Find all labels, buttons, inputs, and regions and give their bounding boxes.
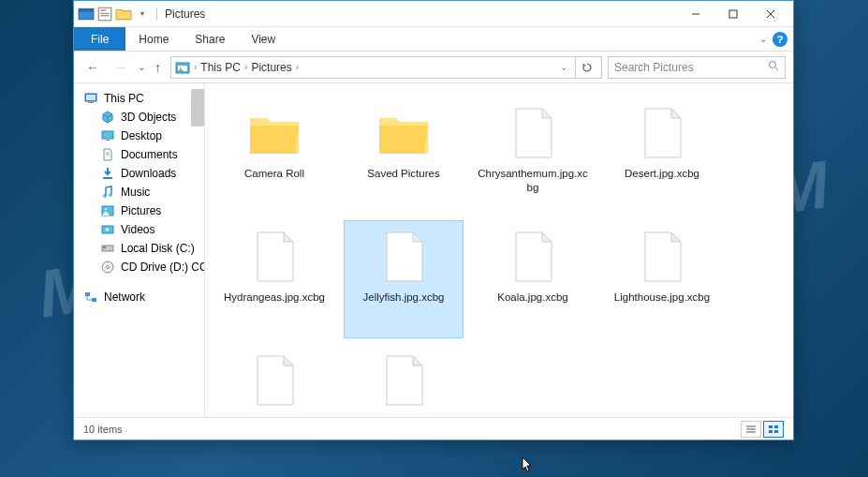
minimize-button[interactable] xyxy=(677,1,714,27)
music-icon xyxy=(100,185,115,200)
file-icon xyxy=(632,227,692,287)
maximize-button[interactable] xyxy=(714,1,752,27)
tab-share[interactable]: Share xyxy=(182,27,238,51)
sidebar-scrollbar[interactable] xyxy=(191,89,204,127)
pictures-icon xyxy=(100,203,115,218)
folder-qat-icon[interactable] xyxy=(115,6,132,22)
close-button[interactable] xyxy=(752,1,789,27)
window-controls xyxy=(677,1,789,27)
folder-icon xyxy=(244,103,304,163)
tree-label: This PC xyxy=(104,92,144,105)
back-button[interactable]: ← xyxy=(81,56,104,79)
svg-rect-4 xyxy=(101,12,110,13)
file-item[interactable]: Tulips.jpg.xcbg xyxy=(344,344,463,417)
view-toggle xyxy=(741,421,784,438)
qat-dropdown-icon[interactable]: ▾ xyxy=(134,6,151,22)
disk-icon xyxy=(100,241,115,256)
svg-rect-1 xyxy=(79,8,94,11)
item-label: Saved Pictures xyxy=(367,167,439,181)
tree-item-3d[interactable]: 3D Objects xyxy=(74,108,204,127)
quick-access-toolbar: ▾ xyxy=(78,6,151,22)
svg-rect-19 xyxy=(106,140,110,141)
breadcrumb-sep-icon[interactable]: › xyxy=(296,62,299,72)
tab-home[interactable]: Home xyxy=(125,27,182,51)
ribbon-tabs: File Home Share View ⌄ ? xyxy=(74,27,793,52)
nav-toolbar: ← → ⌄ ↑ › This PC › Pictures › ⌄ Search … xyxy=(74,52,793,83)
folder-item[interactable]: Camera Roll xyxy=(214,97,334,215)
svg-rect-7 xyxy=(729,10,737,18)
downloads-icon xyxy=(100,166,115,181)
ribbon-expand-icon[interactable]: ⌄ xyxy=(759,34,767,44)
details-view-button[interactable] xyxy=(741,421,761,438)
tree-item-pictures[interactable]: Pictures xyxy=(74,201,204,220)
tree-label: Music xyxy=(121,186,150,199)
folder-icon xyxy=(374,103,434,163)
up-button[interactable]: ↑ xyxy=(151,60,165,75)
file-icon xyxy=(503,227,563,287)
file-item[interactable]: Penguins.jpg.xcbg xyxy=(214,344,334,417)
tree-network[interactable]: Network xyxy=(74,288,204,306)
file-item[interactable]: Jellyfish.jpg.xcbg xyxy=(344,220,463,338)
breadcrumb-pictures[interactable]: Pictures xyxy=(251,61,291,74)
file-icon xyxy=(244,350,304,410)
refresh-button[interactable] xyxy=(575,57,597,78)
tree-label: CD Drive (D:) CC xyxy=(121,261,205,274)
help-icon[interactable]: ? xyxy=(772,32,787,47)
breadcrumb-sep-icon[interactable]: › xyxy=(244,62,247,72)
svg-rect-34 xyxy=(92,298,96,302)
file-item[interactable]: Koala.jpg.xcbg xyxy=(473,220,593,338)
properties-icon[interactable] xyxy=(96,6,113,22)
tree-item-disk[interactable]: Local Disk (C:) xyxy=(74,239,204,258)
explorer-window: ▾ Pictures File Home Share View ⌄ ? ← → … xyxy=(73,0,794,440)
tree-item-cd[interactable]: CD Drive (D:) CC xyxy=(74,258,204,276)
svg-point-32 xyxy=(107,266,110,269)
file-item[interactable]: Chrysanthemum.jpg.xcbg xyxy=(473,97,593,215)
svg-rect-40 xyxy=(769,430,772,433)
tree-this-pc[interactable]: This PC xyxy=(74,89,204,108)
status-bar: 10 items xyxy=(74,417,793,440)
file-tab[interactable]: File xyxy=(74,27,125,51)
tab-view[interactable]: View xyxy=(238,27,288,51)
svg-rect-3 xyxy=(101,9,107,10)
file-icon xyxy=(374,350,434,410)
tree-item-desktop[interactable]: Desktop xyxy=(74,127,204,145)
file-item[interactable]: Lighthouse.jpg.xcbg xyxy=(602,220,722,338)
file-list[interactable]: Camera RollSaved PicturesChrysanthemum.j… xyxy=(205,83,793,417)
history-dropdown-icon[interactable]: ⌄ xyxy=(138,62,145,72)
folder-item[interactable]: Saved Pictures xyxy=(344,97,463,215)
tree-item-downloads[interactable]: Downloads xyxy=(74,164,204,183)
tree-label: Local Disk (C:) xyxy=(121,242,195,255)
item-label: Hydrangeas.jpg.xcbg xyxy=(224,291,325,305)
file-item[interactable]: Desert.jpg.xcbg xyxy=(602,97,722,215)
forward-button[interactable]: → xyxy=(110,56,132,79)
tree-item-documents[interactable]: Documents xyxy=(74,145,204,164)
svg-rect-5 xyxy=(101,15,110,16)
svg-rect-38 xyxy=(769,425,772,428)
cd-icon xyxy=(100,260,115,275)
tree-label: Documents xyxy=(121,148,178,161)
address-bar[interactable]: › This PC › Pictures › ⌄ xyxy=(170,56,602,79)
item-label: Jellyfish.jpg.xcbg xyxy=(363,291,445,305)
documents-icon xyxy=(100,147,115,162)
titlebar: ▾ Pictures xyxy=(74,1,793,27)
file-item[interactable]: Hydrangeas.jpg.xcbg xyxy=(214,220,334,338)
this-pc-icon xyxy=(83,91,98,106)
tree-item-videos[interactable]: Videos xyxy=(74,220,204,239)
search-input[interactable]: Search Pictures xyxy=(608,56,786,79)
breadcrumb-this-pc[interactable]: This PC xyxy=(200,61,241,74)
tree-item-music[interactable]: Music xyxy=(74,183,204,201)
network-icon xyxy=(83,290,98,305)
svg-rect-39 xyxy=(774,425,778,428)
tree-label: Downloads xyxy=(121,167,176,180)
mouse-cursor-icon xyxy=(522,456,535,473)
svg-point-27 xyxy=(105,208,107,210)
svg-rect-41 xyxy=(774,430,778,433)
icons-view-button[interactable] xyxy=(763,421,784,438)
search-icon[interactable] xyxy=(768,60,779,74)
tree-label: Pictures xyxy=(121,204,161,217)
address-dropdown-icon[interactable]: ⌄ xyxy=(556,62,571,72)
breadcrumb-sep-icon: › xyxy=(194,62,197,72)
svg-rect-33 xyxy=(85,292,90,296)
item-label: Desert.jpg.xcbg xyxy=(625,167,699,181)
tree-label: 3D Objects xyxy=(121,111,176,124)
